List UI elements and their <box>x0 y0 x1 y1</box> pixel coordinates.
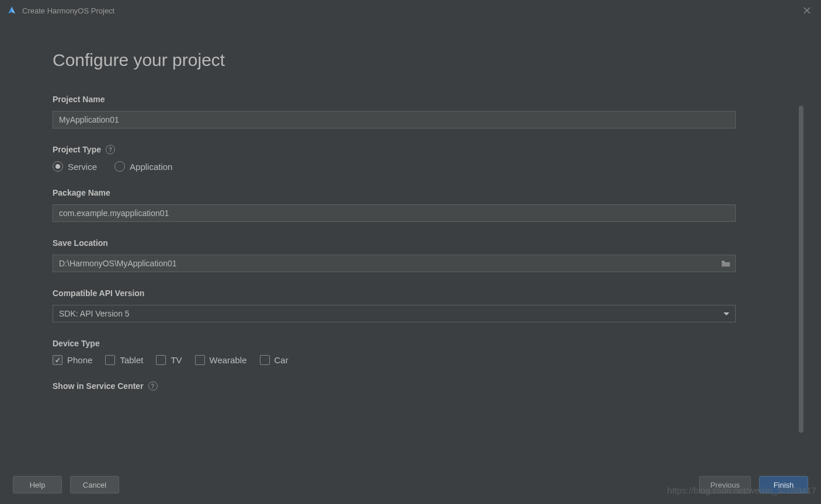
api-version-label: Compatible API Version <box>53 289 736 298</box>
page-heading: Configure your project <box>53 50 768 70</box>
checkbox-tv-label: TV <box>171 355 182 365</box>
scrollbar[interactable] <box>799 106 803 433</box>
checkbox-car-label: Car <box>274 355 288 365</box>
radio-circle-icon <box>53 161 63 172</box>
radio-circle-icon <box>114 161 125 172</box>
api-version-select[interactable]: SDK: API Version 5 <box>53 305 736 322</box>
window-title: Create HarmonyOS Project <box>22 6 114 15</box>
button-bar: Help Cancel Previous Finish <box>0 476 821 493</box>
content-area: Configure your project Project Name Proj… <box>0 21 821 463</box>
checkbox-icon <box>195 355 205 365</box>
close-button[interactable] <box>800 4 814 18</box>
checkbox-tablet-label: Tablet <box>120 355 143 365</box>
device-type-label: Device Type <box>53 339 736 348</box>
device-type-checkboxes: Phone Tablet TV Wearable Car <box>53 355 736 365</box>
chevron-down-icon <box>723 312 729 315</box>
save-location-wrapper <box>53 255 736 272</box>
service-center-group: Show in Service Center ? <box>53 381 736 391</box>
help-icon[interactable]: ? <box>148 381 158 391</box>
project-name-input[interactable] <box>53 111 736 128</box>
cancel-button[interactable]: Cancel <box>70 476 119 493</box>
project-type-group: Project Type ? Service Application <box>53 145 736 172</box>
radio-service[interactable]: Service <box>53 161 97 172</box>
help-button[interactable]: Help <box>13 476 62 493</box>
app-logo-icon <box>7 6 16 15</box>
folder-icon[interactable] <box>721 259 731 267</box>
project-type-radio-group: Service Application <box>53 161 736 172</box>
radio-service-label: Service <box>68 162 97 172</box>
save-location-label: Save Location <box>53 238 736 248</box>
service-center-label-text: Show in Service Center <box>53 381 144 391</box>
package-name-group: Package Name <box>53 188 736 222</box>
radio-application[interactable]: Application <box>114 161 172 172</box>
checkbox-phone[interactable]: Phone <box>53 355 92 365</box>
project-type-label-text: Project Type <box>53 145 101 154</box>
project-type-label: Project Type ? <box>53 145 736 154</box>
checkbox-wearable[interactable]: Wearable <box>195 355 247 365</box>
checkbox-icon <box>105 355 115 365</box>
finish-button[interactable]: Finish <box>759 476 808 493</box>
title-left: Create HarmonyOS Project <box>7 6 114 15</box>
checkbox-phone-label: Phone <box>67 355 92 365</box>
api-version-group: Compatible API Version SDK: API Version … <box>53 289 736 322</box>
checkbox-car[interactable]: Car <box>260 355 288 365</box>
checkbox-tv[interactable]: TV <box>156 355 182 365</box>
service-center-label: Show in Service Center ? <box>53 381 736 391</box>
checkbox-icon <box>156 355 166 365</box>
package-name-label: Package Name <box>53 188 736 197</box>
left-buttons: Help Cancel <box>13 476 119 493</box>
checkbox-tablet[interactable]: Tablet <box>105 355 143 365</box>
save-location-group: Save Location <box>53 238 736 272</box>
api-version-value: SDK: API Version 5 <box>59 309 130 318</box>
radio-application-label: Application <box>130 162 172 172</box>
project-name-group: Project Name <box>53 95 736 128</box>
close-icon <box>803 7 810 14</box>
checkbox-wearable-label: Wearable <box>210 355 247 365</box>
project-name-label: Project Name <box>53 95 736 104</box>
checkbox-icon <box>260 355 270 365</box>
help-icon[interactable]: ? <box>106 145 115 154</box>
title-bar: Create HarmonyOS Project <box>0 0 821 21</box>
package-name-input[interactable] <box>53 204 736 222</box>
save-location-input[interactable] <box>53 255 736 272</box>
right-buttons: Previous Finish <box>699 476 808 493</box>
previous-button[interactable]: Previous <box>699 476 751 493</box>
checkbox-icon <box>53 355 62 365</box>
device-type-group: Device Type Phone Tablet TV Wearable Car <box>53 339 736 365</box>
